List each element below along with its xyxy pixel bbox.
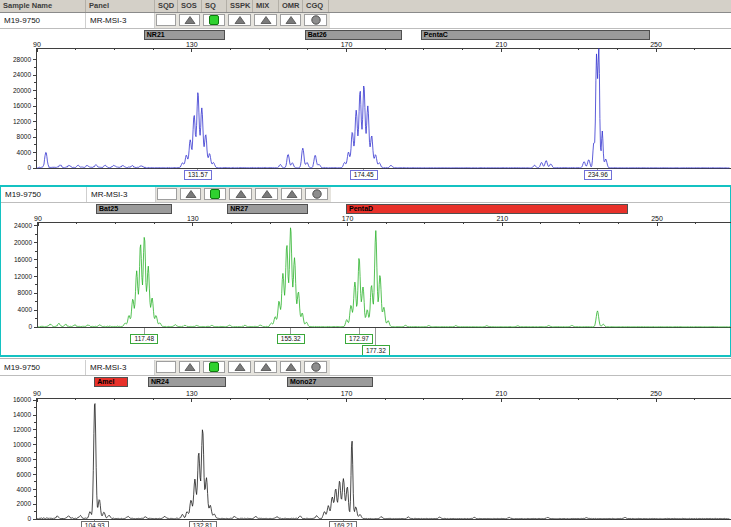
- flag-cell-sq: [203, 361, 225, 373]
- peak-size-label[interactable]: 155.32: [277, 334, 304, 344]
- marker-bar-pentad[interactable]: PentaD: [346, 204, 628, 214]
- column-header-sqd: SQD: [155, 0, 178, 12]
- x-axis-tick-label: 130: [186, 390, 198, 397]
- marker-bar-bat25[interactable]: Bat25: [96, 204, 172, 214]
- flag-cell-omr: [281, 188, 302, 200]
- x-axis-tick-label: 250: [651, 215, 663, 222]
- marker-bar-bat26[interactable]: Bat26: [305, 30, 402, 40]
- svg-text:131.57: 131.57: [188, 171, 208, 178]
- marker-bar-pentac[interactable]: PentaC: [421, 30, 650, 40]
- flag-cell-sspk: [229, 188, 252, 200]
- peak-labels: 117.48155.32172.97177.32: [131, 328, 390, 356]
- peak-size-label[interactable]: 104.93: [81, 521, 108, 527]
- marker-label: NR27: [230, 205, 248, 212]
- x-axis-tick-label: 170: [341, 390, 353, 397]
- peak-size-label[interactable]: 131.57: [184, 170, 211, 180]
- electropherogram-trace: [38, 228, 730, 327]
- triangle-flag-icon: [260, 362, 272, 372]
- y-axis-tick-label: 16000: [14, 256, 32, 263]
- triangle-flag-icon: [261, 189, 273, 199]
- x-axis-tick-label: 90: [34, 215, 42, 222]
- flag-cell-sos: [179, 361, 200, 373]
- marker-label: PentaD: [349, 205, 373, 212]
- triangle-flag-icon: [260, 15, 272, 25]
- flag-cell-sq: [204, 188, 226, 200]
- svg-text:177.32: 177.32: [366, 347, 386, 354]
- sample-name-cell: M19-9750: [0, 13, 86, 28]
- electropherogram-plot-green[interactable]: 9013017021025004000800012000160002000024…: [1, 215, 731, 355]
- x-axis-tick-label: 170: [342, 215, 354, 222]
- sample-info-row[interactable]: M19-9750 MR-MSI-3: [1, 187, 730, 203]
- peak-size-label[interactable]: 117.48: [131, 334, 158, 344]
- y-axis-tick-label: 0: [28, 323, 32, 330]
- x-axis-tick-label: 130: [187, 215, 199, 222]
- marker-bar-amel[interactable]: Amel: [94, 377, 128, 387]
- x-axis-tick-label: 210: [495, 41, 507, 48]
- column-header-sample-name: Sample Name: [0, 0, 86, 12]
- marker-bar-row: AmelNR24Mono27: [0, 376, 731, 388]
- triangle-flag-icon: [184, 362, 196, 372]
- flag-cell-sqd: [156, 14, 176, 26]
- column-header-sos: SOS: [178, 0, 202, 12]
- marker-label: NR21: [147, 31, 165, 38]
- sample-panel-block-2-selected: M19-9750 MR-MSI-3 Bat25NR27PentaD 901301…: [0, 185, 731, 357]
- sample-info-row[interactable]: M19-9750 MR-MSI-3: [0, 360, 731, 376]
- peak-size-label[interactable]: 132.81: [189, 521, 216, 527]
- triangle-flag-icon: [285, 15, 297, 25]
- y-axis-tick-label: 10000: [13, 441, 31, 448]
- marker-bar-nr27[interactable]: NR27: [227, 204, 308, 214]
- circle-flag-icon: [311, 189, 323, 199]
- marker-label: Bat26: [308, 31, 327, 38]
- sample-info-row[interactable]: M19-9750 MR-MSI-3: [0, 13, 731, 29]
- marker-bar-mono27[interactable]: Mono27: [287, 377, 373, 387]
- marker-label: Mono27: [290, 378, 316, 385]
- y-axis-tick-label: 8000: [17, 133, 32, 140]
- y-axis-tick-label: 24000: [14, 222, 32, 229]
- peak-size-label[interactable]: 169.21: [330, 521, 357, 527]
- peak-labels: 104.93132.81169.21: [81, 520, 357, 527]
- flag-cell-sos: [180, 188, 201, 200]
- circle-flag-icon: [310, 362, 322, 372]
- green-square-flag-icon: [208, 15, 220, 25]
- y-axis-tick-label: 2000: [17, 500, 32, 507]
- svg-text:117.48: 117.48: [135, 335, 155, 342]
- column-header-row: Sample Name Panel SQD SOS SQ SSPK MIX OM…: [0, 0, 731, 13]
- electropherogram-plot-black[interactable]: 9013017021025002000400060008000100001200…: [0, 388, 731, 527]
- y-axis-tick-label: 0: [27, 515, 31, 522]
- marker-label: PentaC: [424, 31, 448, 38]
- svg-text:234.96: 234.96: [588, 171, 608, 178]
- x-axis-tick-label: 90: [33, 41, 41, 48]
- genemapper-samples-plot-window: Sample Name Panel SQD SOS SQ SSPK MIX OM…: [0, 0, 731, 527]
- peak-size-label[interactable]: 177.32: [362, 346, 389, 356]
- x-axis-tick-label: 90: [33, 390, 41, 397]
- flag-cell-cgq: [305, 188, 328, 200]
- peak-labels: 131.57174.45234.96: [184, 169, 611, 180]
- y-axis-tick-label: 16000: [13, 396, 31, 403]
- y-axis-tick-label: 20000: [14, 239, 32, 246]
- peak-size-label[interactable]: 172.97: [346, 334, 373, 344]
- x-axis-tick-label: 250: [650, 390, 662, 397]
- triangle-flag-icon: [234, 15, 246, 25]
- marker-bar-nr21[interactable]: NR21: [144, 30, 225, 40]
- circle-flag-icon: [310, 15, 322, 25]
- svg-text:174.45: 174.45: [354, 171, 374, 178]
- flag-cell-cgq: [304, 14, 327, 26]
- flag-cell-mix: [254, 361, 277, 373]
- triangle-flag-icon: [286, 189, 298, 199]
- triangle-flag-icon: [184, 15, 196, 25]
- axes: [33, 48, 731, 168]
- marker-bar-nr24[interactable]: NR24: [148, 377, 226, 387]
- y-axis-tick-label: 0: [27, 164, 31, 171]
- column-header-panel: Panel: [86, 0, 155, 12]
- y-axis-tick-label: 16000: [13, 102, 31, 109]
- marker-label: Amel: [97, 378, 114, 385]
- triangle-flag-icon: [185, 189, 197, 199]
- flag-cell-sq: [203, 14, 225, 26]
- peak-size-label[interactable]: 174.45: [350, 170, 377, 180]
- electropherogram-plot-blue[interactable]: 9013017021025004000800012000160002000024…: [0, 41, 731, 185]
- y-axis-tick-label: 28000: [13, 56, 31, 63]
- y-axis-tick-label: 6000: [17, 471, 32, 478]
- y-axis-tick-label: 4000: [17, 149, 32, 156]
- y-axis-tick-label: 12000: [14, 273, 32, 280]
- peak-size-label[interactable]: 234.96: [584, 170, 611, 180]
